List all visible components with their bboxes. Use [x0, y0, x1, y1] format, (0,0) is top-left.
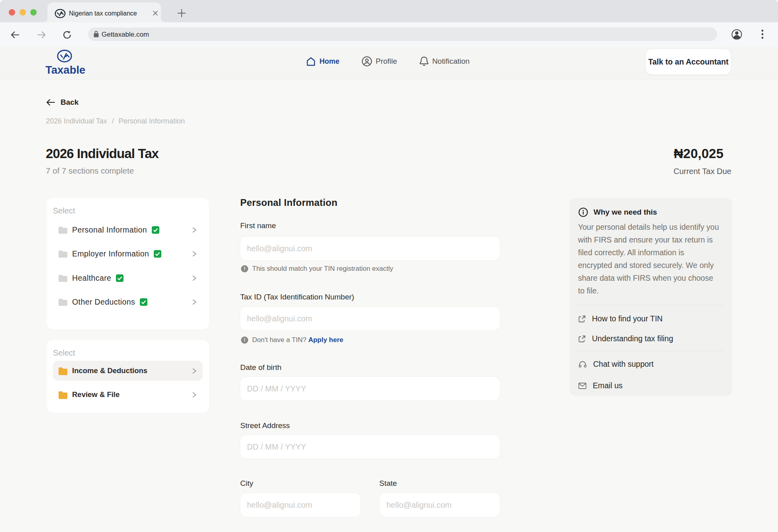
svg-text:Taxable: Taxable: [45, 64, 85, 76]
